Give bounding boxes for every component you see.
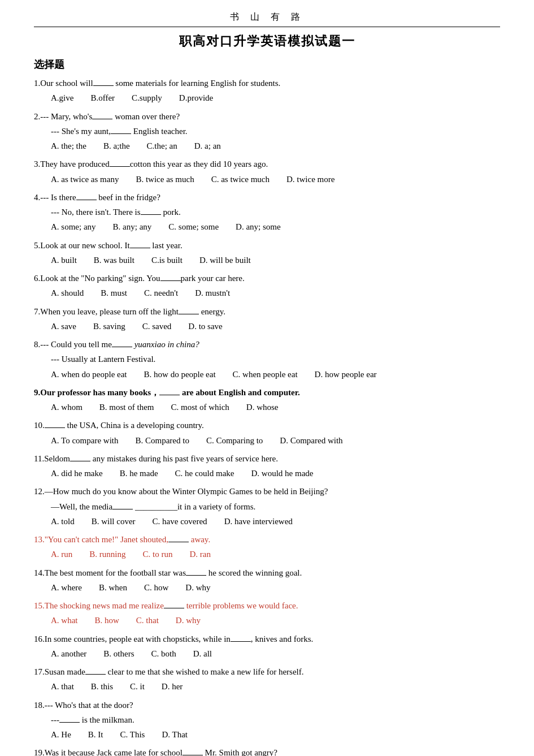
option: B. others (103, 646, 134, 661)
option: B. any; any (113, 219, 152, 234)
question-8: 8.--- Could you tell me yuanxiao in chin… (34, 337, 500, 382)
divider (34, 27, 500, 27)
option: C. saved (142, 319, 172, 334)
option: D. mustn't (195, 286, 230, 300)
question-16: 16.In some countries, people eat with ch… (34, 632, 500, 662)
option: D. Compared with (280, 433, 342, 448)
header-top: 书 山 有 路 (34, 11, 500, 23)
option: B. most of them (99, 400, 154, 414)
option: C. he could make (175, 466, 235, 481)
option: B. Compared to (135, 433, 189, 448)
option: D. will be built (199, 253, 251, 267)
option: A. what (51, 613, 78, 628)
question-19: 19.Was it because Jack came late for sch… (34, 745, 500, 756)
option: B. will cover (92, 514, 136, 529)
option: C. it (130, 679, 145, 694)
section-title: 选择题 (34, 58, 500, 71)
option: B. when (99, 580, 127, 595)
option: A. should (51, 286, 84, 300)
option: B. how do people eat (144, 367, 216, 382)
option: B. It (88, 727, 103, 742)
option: C. both (151, 646, 176, 661)
option: D. whose (246, 400, 279, 414)
questions-container: 1.Our school will some materials for lea… (34, 76, 500, 756)
main-title: 职高对口升学英语模拟试题一 (34, 33, 500, 50)
option: C. have covered (153, 514, 207, 529)
option: D. how people ear (315, 367, 377, 382)
option: C. This (120, 727, 145, 742)
option: C. that (136, 613, 159, 628)
option: A. run (51, 547, 72, 561)
option: D. have interviewed (224, 514, 293, 529)
option: D. to save (188, 319, 222, 334)
option: D.provide (179, 90, 213, 105)
option: B. a;the (103, 139, 130, 153)
option: D. all (193, 646, 212, 661)
option: D. why (185, 580, 210, 595)
option: A. some; any (51, 219, 96, 234)
option: C.the; an (147, 139, 177, 153)
option: C. most of which (171, 400, 229, 414)
question-18: 18.--- Who's that at the door?--- is the… (34, 698, 500, 742)
question-4: 4.--- Is there beef in the fridge?--- No… (34, 190, 500, 235)
option: A. To compare with (51, 433, 118, 448)
question-11: 11.Seldom any mistakes during his past f… (34, 451, 500, 481)
option: C. needn't (144, 286, 178, 300)
option: A. whom (51, 400, 83, 414)
option: C. as twice much (211, 172, 270, 187)
question-3: 3.They have producedcotton this year as … (34, 157, 500, 187)
option: C. to run (143, 547, 173, 561)
option: D. would he made (251, 466, 314, 481)
option: A. did he make (51, 466, 103, 481)
question-15: 15.The shocking news mad me realize terr… (34, 598, 500, 628)
question-7: 7.When you leave, please turn off the li… (34, 304, 500, 334)
option: A. another (51, 646, 86, 661)
question-5: 5.Look at our new school. It last year.A… (34, 238, 500, 268)
option: C.is built (151, 253, 183, 267)
option: A. where (51, 580, 82, 595)
option: A. as twice as many (51, 172, 119, 187)
question-1: 1.Our school will some materials for lea… (34, 76, 500, 106)
option: B. how (95, 613, 119, 628)
option: B. this (91, 679, 113, 694)
option: B. was built (94, 253, 134, 267)
question-17: 17.Susan made clear to me that she wishe… (34, 664, 500, 694)
option: D. any; some (236, 219, 281, 234)
option: A. the; the (51, 139, 86, 153)
option: C. how (144, 580, 168, 595)
question-14: 14.The best moment for the football star… (34, 565, 500, 595)
question-13: 13."You can't catch me!" Janet shouted, … (34, 532, 500, 562)
option: A.give (51, 90, 73, 105)
option: B. saving (93, 319, 125, 334)
question-2: 2.--- Mary, who's woman over there?--- S… (34, 109, 500, 154)
option: D. why (176, 613, 201, 628)
option: D. ran (189, 547, 211, 561)
option: A. that (51, 679, 74, 694)
option: D. twice more (286, 172, 335, 187)
option: D. her (162, 679, 183, 694)
option: B.offer (90, 90, 115, 105)
option: B. must (101, 286, 127, 300)
option: A. He (51, 727, 71, 742)
option: C. when people eat (233, 367, 298, 382)
option: A. told (51, 514, 75, 529)
option: B. twice as much (136, 172, 194, 187)
option: C. Comparing to (206, 433, 263, 448)
option: C.supply (132, 90, 162, 105)
option: B. he made (120, 466, 158, 481)
option: B. running (89, 547, 125, 561)
option: A. when do people eat (51, 367, 127, 382)
question-12: 12.—How much do you know about the Winte… (34, 484, 500, 529)
option: D. That (162, 727, 188, 742)
question-9: 9.Our professor has many books， are abou… (34, 385, 500, 415)
option: A. built (51, 253, 77, 267)
question-6: 6.Look at the "No parking" sign. Youpark… (34, 271, 500, 301)
option: A. save (51, 319, 76, 334)
option: C. some; some (168, 219, 219, 234)
option: D. a; an (194, 139, 221, 153)
question-10: 10. the USA, China is a developing count… (34, 418, 500, 448)
